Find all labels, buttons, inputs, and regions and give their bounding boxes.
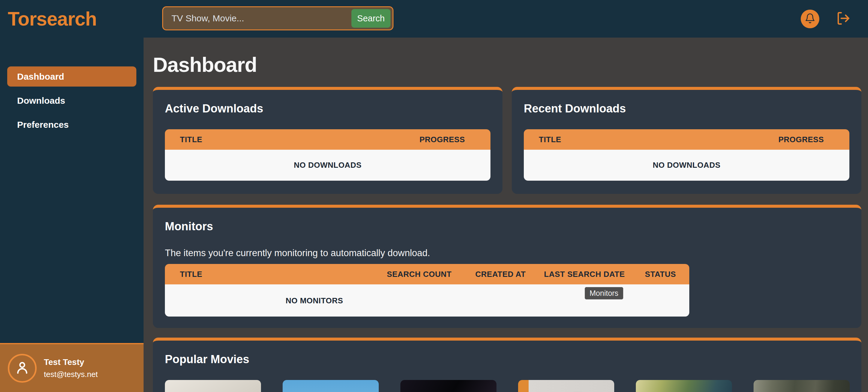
monitors-table-header: TITLE SEARCH COUNT CREATED AT LAST SEARC… [165, 264, 689, 284]
active-downloads-card: Active Downloads TITLE PROGRESS NO DOWNL… [153, 87, 502, 194]
monitors-card: Monitors The items you're currently moni… [153, 205, 861, 328]
monitors-title: Monitors [165, 220, 849, 233]
movie-poster[interactable] [165, 380, 261, 392]
popular-movies-card: Popular Movies [153, 338, 861, 392]
user-info: Test Testy test@testys.net [44, 358, 98, 379]
monitors-table: TITLE SEARCH COUNT CREATED AT LAST SEARC… [165, 264, 689, 316]
movie-poster[interactable] [518, 380, 614, 392]
search-button[interactable]: Search [351, 9, 391, 28]
logout-icon [836, 11, 850, 27]
sidebar: Dashboard Downloads Preferences Test Tes… [0, 37, 144, 392]
avatar [8, 354, 37, 383]
user-name: Test Testy [44, 358, 98, 367]
column-header-created-at: CREATED AT [464, 270, 537, 279]
sidebar-item-dashboard[interactable]: Dashboard [7, 66, 136, 87]
empty-state-text: NO DOWNLOADS [294, 161, 362, 170]
logout-button[interactable] [836, 11, 850, 26]
empty-state-text: NO DOWNLOADS [653, 161, 720, 170]
active-downloads-table: TITLE PROGRESS NO DOWNLOADS [165, 129, 491, 181]
column-header-progress: PROGRESS [778, 135, 849, 144]
user-icon [14, 360, 30, 377]
monitors-description: The items you're currently monitoring to… [165, 247, 849, 259]
sidebar-item-preferences[interactable]: Preferences [7, 115, 136, 135]
user-email: test@testys.net [44, 370, 98, 379]
popular-movies-title: Popular Movies [165, 353, 849, 366]
column-header-title: TITLE [165, 270, 375, 279]
column-header-last-search-date: LAST SEARCH DATE [537, 270, 632, 279]
movie-poster[interactable] [400, 380, 496, 392]
column-header-title: TITLE [524, 135, 778, 144]
recent-downloads-title: Recent Downloads [524, 102, 849, 116]
recent-downloads-empty-row: NO DOWNLOADS [524, 150, 849, 181]
recent-downloads-table: TITLE PROGRESS NO DOWNLOADS [524, 129, 849, 181]
column-header-title: TITLE [165, 135, 420, 144]
main-content: Dashboard Active Downloads TITLE PROGRES… [144, 37, 868, 392]
column-header-search-count: SEARCH COUNT [375, 270, 464, 279]
empty-state-text: NO MONITORS [286, 296, 343, 305]
recent-downloads-table-header: TITLE PROGRESS [524, 129, 849, 150]
popular-movies-list [165, 380, 849, 392]
movie-poster[interactable] [283, 380, 379, 392]
sidebar-nav: Dashboard Downloads Preferences [0, 37, 144, 135]
sidebar-item-downloads[interactable]: Downloads [7, 90, 136, 111]
notifications-button[interactable] [801, 10, 819, 28]
topbar: Torsearch Search [0, 0, 868, 37]
user-panel: Test Testy test@testys.net [0, 343, 144, 392]
search-form: Search [162, 6, 394, 30]
topbar-actions [801, 10, 868, 28]
recent-downloads-card: Recent Downloads TITLE PROGRESS NO DOWNL… [512, 87, 861, 194]
app-logo[interactable]: Torsearch [8, 8, 97, 30]
movie-poster[interactable] [636, 380, 732, 392]
page-title: Dashboard [153, 53, 861, 77]
bell-icon [805, 13, 815, 25]
downloads-cards-row: Active Downloads TITLE PROGRESS NO DOWNL… [153, 87, 861, 194]
active-downloads-title: Active Downloads [165, 102, 491, 116]
column-header-status: STATUS [632, 270, 689, 279]
column-header-progress: PROGRESS [420, 135, 491, 144]
movie-poster[interactable] [753, 380, 850, 392]
active-downloads-empty-row: NO DOWNLOADS [165, 150, 491, 181]
active-downloads-table-header: TITLE PROGRESS [165, 129, 491, 150]
monitors-tooltip: Monitors [585, 287, 623, 300]
search-input[interactable] [163, 7, 351, 29]
